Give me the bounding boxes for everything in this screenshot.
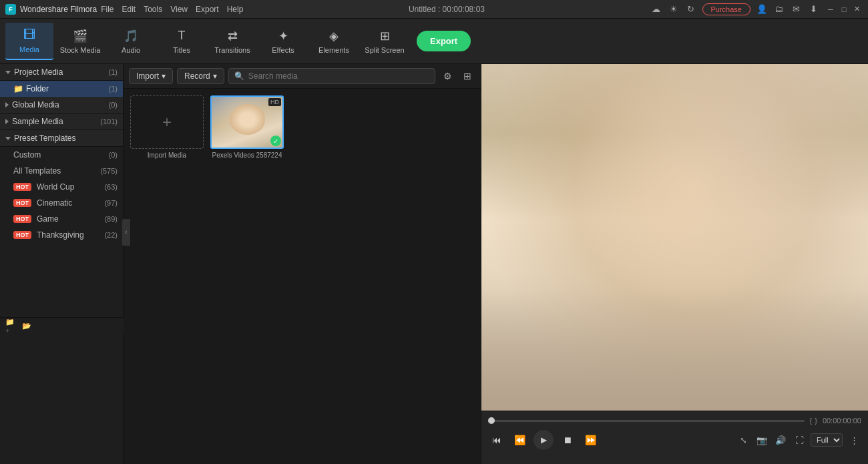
toolbar-effects[interactable]: ✦ Effects [259, 23, 307, 60]
refresh-icon[interactable]: ↻ [685, 3, 697, 15]
menu-export[interactable]: Export [196, 5, 219, 14]
menu-tools[interactable]: Tools [144, 5, 162, 14]
quality-select[interactable]: Full [811, 433, 843, 447]
library-icon[interactable]: 🗂 [773, 3, 785, 15]
playback-controls: ⏮ ⏪ ▶ ⏹ ⏩ [488, 430, 599, 450]
media-thumbnail[interactable]: HD ✓ [210, 95, 284, 149]
sidebar-section-preset-templates[interactable]: Preset Templates [0, 130, 123, 147]
app-logo: F [5, 4, 16, 15]
bracket-start: { [810, 417, 813, 425]
grid-view-icon[interactable]: ⊞ [459, 68, 475, 84]
titlebar: F Wondershare Filmora File Edit Tools Vi… [0, 0, 868, 19]
sidebar-item-folder[interactable]: 📁 Folder (1) [0, 81, 123, 97]
preview-buttons: ⏮ ⏪ ▶ ⏹ ⏩ ⤡ 📷 🔊 ⛶ Full ⋮ [481, 427, 868, 453]
app-name: Wondershare Filmora [20, 5, 97, 14]
fit-to-screen-button[interactable]: ⤡ [736, 433, 750, 447]
titlebar-right: ☁ ☀ ↻ Purchase 👤 🗂 ✉ ⬇ ─ □ ✕ [650, 3, 863, 15]
media-toolbar: Import ▾ Record ▾ 🔍 ⚙ ⊞ [124, 64, 481, 89]
cloud-icon[interactable]: ☁ [650, 3, 662, 15]
collapse-icon2 [5, 137, 11, 140]
toolbar-elements[interactable]: ◈ Elements [310, 23, 358, 60]
filter-icon[interactable]: ⚙ [439, 68, 455, 84]
audio-icon: 🎵 [124, 29, 138, 43]
plus-icon: + [162, 113, 172, 132]
preview-progress-bar-container[interactable]: { } 00:00:00:00 [481, 411, 868, 427]
sidebar: Project Media (1) 📁 Folder (1) Global Me… [0, 64, 124, 464]
step-forward-button[interactable]: ⏩ [582, 431, 599, 449]
toolbar-transitions[interactable]: ⇄ Transitions [208, 23, 256, 60]
folder-icon[interactable]: 📂 [21, 320, 32, 331]
search-input[interactable] [248, 71, 429, 81]
sun-icon[interactable]: ☀ [668, 3, 680, 15]
main-toolbar: 🎞 Media 🎬 Stock Media 🎵 Audio T Titles ⇄… [0, 19, 868, 64]
sidebar-item-world-cup[interactable]: HOT World Cup (63) [0, 179, 123, 195]
sidebar-section-global-media[interactable]: Global Media (0) [0, 97, 123, 113]
bracket-end: } [815, 417, 817, 425]
media-browser: Import ▾ Record ▾ 🔍 ⚙ ⊞ + Import Media [124, 64, 481, 464]
transitions-icon: ⇄ [225, 29, 240, 43]
play-button[interactable]: ▶ [533, 430, 554, 450]
window-controls: ─ □ ✕ [825, 4, 863, 15]
titlebar-left: F Wondershare Filmora File Edit Tools Vi… [5, 4, 243, 15]
titles-icon: T [174, 29, 189, 43]
fullscreen-button[interactable]: ⛶ [792, 433, 807, 447]
menu-edit[interactable]: Edit [122, 5, 136, 14]
collapse-icon [5, 71, 11, 74]
snapshot-button[interactable]: 📷 [754, 433, 769, 447]
user-icon[interactable]: 👤 [756, 3, 768, 15]
split-screen-icon: ⊞ [377, 29, 392, 43]
progress-dot[interactable] [488, 417, 495, 424]
media-selected-check: ✓ [270, 136, 281, 146]
menu-help[interactable]: Help [227, 5, 244, 14]
menu-bar: File Edit Tools View Export Help [101, 5, 243, 14]
search-box: 🔍 [228, 68, 435, 84]
preview-video [481, 64, 868, 411]
preview-time: 00:00:00:00 [823, 417, 861, 425]
download-icon[interactable]: ⬇ [808, 3, 820, 15]
effects-icon: ✦ [276, 29, 290, 43]
sidebar-collapse-button[interactable]: ‹ [122, 219, 130, 246]
toolbar-stock-media[interactable]: 🎬 Stock Media [56, 23, 104, 60]
stock-media-icon: 🎬 [73, 29, 87, 43]
sidebar-item-all-templates[interactable]: All Templates (575) [0, 163, 123, 179]
toolbar-audio[interactable]: 🎵 Audio [107, 23, 155, 60]
sidebar-item-thanksgiving[interactable]: HOT Thanksgiving (22) [0, 227, 123, 243]
step-back-button[interactable]: ⏪ [511, 431, 528, 449]
mail-icon[interactable]: ✉ [791, 3, 803, 15]
record-button[interactable]: Record ▾ [177, 68, 224, 84]
media-type-badge: HD [268, 98, 281, 106]
project-title: Untitled : 00:00:08:03 [409, 5, 485, 14]
expand-icon [5, 102, 9, 107]
sidebar-item-game[interactable]: HOT Game (89) [0, 211, 123, 227]
maximize-button[interactable]: □ [839, 4, 849, 15]
menu-view[interactable]: View [170, 5, 188, 14]
toolbar-split-screen[interactable]: ⊞ Split Screen [361, 23, 409, 60]
media-icon: 🎞 [22, 28, 37, 43]
main-layout: Project Media (1) 📁 Folder (1) Global Me… [0, 64, 868, 464]
more-options-button[interactable]: ⋮ [847, 433, 861, 447]
toolbar-titles[interactable]: T Titles [158, 23, 206, 60]
menu-file[interactable]: File [101, 5, 114, 14]
audio-button[interactable]: 🔊 [773, 433, 788, 447]
new-folder-icon[interactable]: 📁+ [5, 320, 16, 331]
rewind-button[interactable]: ⏮ [488, 431, 505, 449]
export-button[interactable]: Export [417, 31, 471, 51]
stop-button[interactable]: ⏹ [559, 431, 576, 449]
minimize-button[interactable]: ─ [825, 4, 836, 15]
sidebar-item-cinematic[interactable]: HOT Cinematic (97) [0, 195, 123, 211]
import-media-placeholder[interactable]: + Import Media [130, 95, 204, 159]
media-item-pexels-2587224[interactable]: HD ✓ Pexels Videos 2587224 [210, 95, 284, 159]
preview-right-controls: ⤡ 📷 🔊 ⛶ Full ⋮ [736, 433, 861, 447]
preview-controls: { } 00:00:00:00 ⏮ ⏪ ▶ ⏹ ⏩ ⤡ 📷 🔊 ⛶ [481, 411, 868, 464]
sidebar-section-sample-media[interactable]: Sample Media (101) [0, 113, 123, 130]
search-icon: 🔍 [234, 71, 244, 81]
elements-icon: ◈ [327, 29, 341, 43]
close-button[interactable]: ✕ [852, 4, 863, 15]
import-button[interactable]: Import ▾ [129, 68, 173, 84]
toolbar-media[interactable]: 🎞 Media [5, 23, 53, 60]
expand-icon2 [5, 119, 9, 124]
preview-area: { } 00:00:00:00 ⏮ ⏪ ▶ ⏹ ⏩ ⤡ 📷 🔊 ⛶ [481, 64, 868, 464]
sidebar-section-project-media[interactable]: Project Media (1) [0, 64, 123, 81]
purchase-button[interactable]: Purchase [702, 3, 750, 15]
sidebar-item-custom[interactable]: Custom (0) [0, 147, 123, 163]
